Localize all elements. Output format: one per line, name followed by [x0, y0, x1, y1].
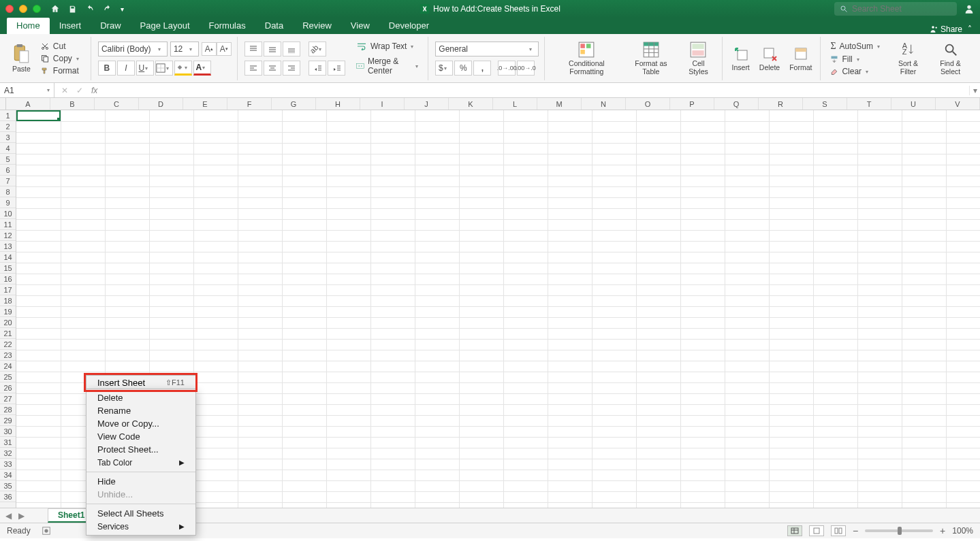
minimize-window-button[interactable] [19, 5, 27, 13]
ctx-services[interactable]: Services▶ [86, 520, 195, 533]
font-color-button[interactable]: A▾ [193, 61, 211, 76]
comma-button[interactable]: , [473, 61, 491, 76]
insert-cells-button[interactable]: Insert [729, 44, 753, 73]
underline-button[interactable]: U▾ [136, 61, 154, 76]
row-header-2[interactable]: 2 [0, 121, 16, 132]
tab-insert[interactable]: Insert [50, 18, 91, 34]
fill-button[interactable]: Fill▾ [827, 54, 886, 65]
row-header-9[interactable]: 9 [0, 197, 16, 208]
col-header-A[interactable]: A [6, 98, 50, 110]
paste-button[interactable]: Paste [10, 42, 33, 75]
close-window-button[interactable] [5, 5, 14, 13]
ctx-delete[interactable]: Delete [86, 391, 195, 404]
align-bottom-button[interactable] [283, 42, 300, 56]
sheet-nav-next[interactable]: ▶ [17, 511, 26, 521]
row-header-14[interactable]: 14 [0, 252, 16, 263]
copy-button[interactable]: Copy▾ [37, 53, 85, 64]
col-header-P[interactable]: P [670, 98, 714, 110]
row-header-4[interactable]: 4 [0, 143, 16, 154]
row-header-16[interactable]: 16 [0, 274, 16, 284]
align-left-button[interactable] [244, 61, 262, 76]
row-header-31[interactable]: 31 [0, 437, 16, 448]
decrease-font-button[interactable]: A▾ [217, 42, 232, 56]
format-painter-button[interactable]: Format [37, 65, 85, 76]
zoom-in-button[interactable]: + [940, 525, 945, 536]
ctx-view-code[interactable]: View Code [86, 430, 195, 443]
tab-data[interactable]: Data [255, 18, 293, 34]
zoom-level[interactable]: 100% [952, 526, 973, 536]
align-middle-button[interactable] [264, 42, 281, 56]
currency-button[interactable]: $▾ [435, 61, 453, 76]
row-header-36[interactable]: 36 [0, 491, 16, 502]
row-header-11[interactable]: 11 [0, 219, 16, 230]
col-header-T[interactable]: T [847, 98, 891, 110]
tab-page-layout[interactable]: Page Layout [131, 18, 200, 34]
bold-button[interactable]: B [98, 61, 116, 76]
search-sheet-box[interactable] [834, 2, 957, 16]
row-header-26[interactable]: 26 [0, 382, 16, 393]
save-icon[interactable] [68, 5, 77, 14]
italic-button[interactable]: I [117, 61, 135, 76]
macro-record-icon[interactable] [42, 526, 51, 536]
page-break-view-button[interactable] [831, 525, 846, 536]
account-icon[interactable] [964, 3, 975, 14]
col-header-C[interactable]: C [95, 98, 139, 110]
col-header-S[interactable]: S [803, 98, 847, 110]
col-header-F[interactable]: F [227, 98, 272, 110]
row-header-5[interactable]: 5 [0, 154, 16, 165]
share-button[interactable]: Share [928, 24, 962, 34]
row-header-8[interactable]: 8 [0, 186, 16, 197]
tab-home[interactable]: Home [7, 18, 50, 34]
percent-button[interactable]: % [454, 61, 472, 76]
cut-button[interactable]: Cut [37, 41, 85, 52]
increase-font-button[interactable]: A▴ [202, 42, 217, 56]
col-header-N[interactable]: N [582, 98, 626, 110]
row-header-15[interactable]: 15 [0, 263, 16, 274]
row-header-3[interactable]: 3 [0, 132, 16, 143]
col-header-J[interactable]: J [405, 98, 449, 110]
decrease-indent-button[interactable] [309, 61, 326, 76]
tab-draw[interactable]: Draw [91, 18, 130, 34]
row-header-21[interactable]: 21 [0, 328, 16, 339]
col-header-M[interactable]: M [537, 98, 582, 110]
cell-styles-button[interactable]: Cell Styles [680, 39, 716, 77]
page-layout-view-button[interactable] [809, 525, 824, 536]
row-header-30[interactable]: 30 [0, 426, 16, 437]
col-header-O[interactable]: O [626, 98, 670, 110]
row-header-24[interactable]: 24 [0, 361, 16, 372]
tab-review[interactable]: Review [293, 18, 341, 34]
autosum-button[interactable]: ΣAutoSum▾ [827, 40, 886, 52]
name-box[interactable]: A1▾ [0, 83, 54, 97]
align-top-button[interactable] [244, 42, 262, 56]
enter-icon[interactable]: ✓ [76, 86, 83, 95]
col-header-L[interactable]: L [493, 98, 537, 110]
conditional-formatting-button[interactable]: Conditional Formatting [552, 39, 621, 77]
align-center-button[interactable] [264, 61, 281, 76]
ctx-select-all-sheets[interactable]: Select All Sheets [86, 507, 195, 520]
row-header-20[interactable]: 20 [0, 317, 16, 328]
active-cell[interactable] [16, 110, 61, 121]
search-input[interactable] [852, 4, 947, 14]
font-select[interactable]: Calibri (Body)▾ [98, 42, 168, 56]
row-header-22[interactable]: 22 [0, 339, 16, 350]
ctx-move-copy[interactable]: Move or Copy... [86, 417, 195, 430]
tab-formulas[interactable]: Formulas [200, 18, 255, 34]
tab-view[interactable]: View [341, 18, 379, 34]
ctx-rename[interactable]: Rename [86, 404, 195, 417]
wrap-text-button[interactable]: Wrap Text▾ [353, 41, 422, 52]
number-format-select[interactable]: General▾ [435, 42, 539, 56]
sort-filter-button[interactable]: AZSort & Filter [890, 39, 926, 77]
col-header-Q[interactable]: Q [714, 98, 759, 110]
row-header-23[interactable]: 23 [0, 350, 16, 361]
row-header-10[interactable]: 10 [0, 208, 16, 219]
row-header-29[interactable]: 29 [0, 415, 16, 426]
normal-view-button[interactable] [787, 525, 802, 536]
row-header-7[interactable]: 7 [0, 176, 16, 186]
row-header-19[interactable]: 19 [0, 306, 16, 317]
home-icon[interactable] [50, 4, 60, 14]
qat-dropdown-icon[interactable]: ▾ [121, 5, 124, 13]
col-header-D[interactable]: D [139, 98, 183, 110]
cancel-icon[interactable]: ✕ [61, 86, 68, 95]
row-header-34[interactable]: 34 [0, 470, 16, 480]
redo-icon[interactable] [103, 5, 112, 13]
